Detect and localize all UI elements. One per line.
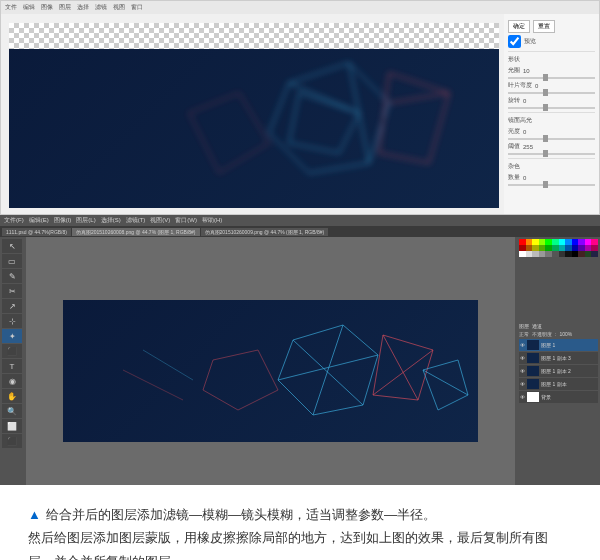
layer-name: 图层 1	[541, 342, 555, 348]
ps-file[interactable]: 文件(F)	[4, 216, 24, 225]
layer-name: 图层 1 副本 3	[541, 355, 571, 361]
radius-slider[interactable]	[508, 77, 595, 79]
marquee-tool[interactable]: ▭	[2, 254, 22, 268]
tools-palette: ↖ ▭ ✎ ✂ ↗ ⊹ ✦ ⬛ T ◉ ✋ 🔍 ⬜ ⬛	[0, 237, 24, 485]
bg-color[interactable]: ⬛	[2, 434, 22, 448]
layer-row[interactable]: 👁图层 1 副本 3	[519, 352, 598, 364]
amount-slider[interactable]	[508, 184, 595, 186]
layer-name: 图层 1 副本 2	[541, 368, 571, 374]
amount-label: 数量	[508, 173, 520, 182]
menu-image[interactable]: 图像	[41, 3, 53, 12]
fg-color[interactable]: ⬜	[2, 419, 22, 433]
threshold-slider[interactable]	[508, 153, 595, 155]
shape-label: 形状	[508, 55, 520, 64]
zoom-tool[interactable]: 🔍	[2, 404, 22, 418]
tutorial-caption: ▲给合并后的图层添加滤镜—模糊—镜头模糊，适当调整参数—半径。 然后给图层添加图…	[0, 485, 600, 560]
ok-button[interactable]: 确定	[508, 20, 530, 33]
svg-marker-14	[203, 350, 278, 410]
tab-doc1[interactable]: 1111.psd @ 44.7%(RGB/8)	[2, 228, 71, 236]
ps-view[interactable]: 视图(V)	[150, 216, 170, 225]
svg-marker-11	[373, 335, 433, 400]
reset-button[interactable]: 重置	[533, 20, 555, 33]
opacity-value[interactable]: 100%	[559, 331, 572, 337]
layer-name: 图层 1 副本	[541, 381, 567, 387]
ps-edit[interactable]: 编辑(E)	[29, 216, 49, 225]
ps-layer[interactable]: 图层(L)	[76, 216, 95, 225]
caption-marker-icon: ▲	[28, 507, 41, 522]
ps-help[interactable]: 帮助(H)	[202, 216, 222, 225]
layers-panel: 图层 通道 正常 不透明度:100% 👁图层 1 👁图层 1 副本 3 👁图层 …	[519, 323, 598, 403]
blade-slider[interactable]	[508, 92, 595, 94]
tab-doc2[interactable]: 仿真图201510260008.png @ 44.7% (图层 1, RGB/8…	[72, 228, 200, 236]
caption-line2: 然后给图层添加图层蒙版，用橡皮擦擦除局部的地方，达到如上图的效果，最后复制所有图…	[28, 526, 572, 560]
radius-value: 10	[523, 68, 530, 74]
svg-line-8	[293, 340, 363, 405]
blur-preview-canvas	[9, 23, 499, 208]
color-swatches[interactable]	[519, 239, 598, 257]
layer-row[interactable]: 👁图层 1 副本	[519, 378, 598, 390]
svg-line-12	[383, 335, 418, 400]
crop-tool[interactable]: ✂	[2, 284, 22, 298]
tab-doc3[interactable]: 仿真图201510260009.png @ 44.7% (图层 1, RGB/8…	[201, 228, 329, 236]
specular-label: 镜面高光	[508, 116, 532, 125]
menubar-ps: 文件(F) 编辑(E) 图像(I) 图层(L) 选择(S) 滤镜(T) 视图(V…	[0, 215, 600, 226]
blade-label: 叶片弯度	[508, 81, 532, 90]
svg-marker-15	[423, 360, 468, 410]
source-label: 光圈	[508, 66, 520, 75]
noise-label: 杂色	[508, 162, 520, 171]
document-tabs: 1111.psd @ 44.7%(RGB/8) 仿真图201510260008.…	[0, 226, 600, 237]
ps-image[interactable]: 图像(I)	[54, 216, 72, 225]
layer-row[interactable]: 👁图层 1 副本 2	[519, 365, 598, 377]
menubar-top: 文件 编辑 图像 图层 选择 滤镜 视图 窗口	[1, 1, 599, 14]
svg-line-5	[349, 63, 369, 163]
ps-workspace	[26, 237, 515, 485]
menu-select[interactable]: 选择	[77, 3, 89, 12]
document-canvas[interactable]	[63, 300, 478, 442]
preview-label: 预览	[524, 37, 536, 46]
geometric-artwork-blurred	[9, 23, 499, 208]
ps-filter[interactable]: 滤镜(T)	[126, 216, 146, 225]
lasso-tool[interactable]: ✎	[2, 269, 22, 283]
layer-row[interactable]: 👁图层 1	[519, 339, 598, 351]
menu-window[interactable]: 窗口	[131, 3, 143, 12]
photoshop-window: 文件(F) 编辑(E) 图像(I) 图层(L) 选择(S) 滤镜(T) 视图(V…	[0, 215, 600, 485]
type-tool[interactable]: T	[2, 359, 22, 373]
svg-line-4	[289, 83, 359, 113]
brightness-slider[interactable]	[508, 138, 595, 140]
menu-filter[interactable]: 滤镜	[95, 3, 107, 12]
svg-marker-3	[189, 93, 269, 173]
rotation-label: 旋转	[508, 96, 520, 105]
menu-layer[interactable]: 图层	[59, 3, 71, 12]
shape-tool[interactable]: ◉	[2, 374, 22, 388]
menu-edit[interactable]: 编辑	[23, 3, 35, 12]
rotation-value: 0	[523, 98, 526, 104]
ps-select[interactable]: 选择(S)	[101, 216, 121, 225]
move-tool[interactable]: ↖	[2, 239, 22, 253]
threshold-label: 阈值	[508, 142, 520, 151]
svg-line-16	[423, 370, 468, 395]
layer-row[interactable]: 👁背景	[519, 391, 598, 403]
ps-window[interactable]: 窗口(W)	[175, 216, 197, 225]
lens-blur-dialog: 文件 编辑 图像 图层 选择 滤镜 视图 窗口	[0, 0, 600, 215]
geometric-artwork-sharp	[63, 300, 478, 442]
layers-tab[interactable]: 图层	[519, 323, 529, 329]
layer-name: 背景	[541, 394, 551, 400]
rotation-slider[interactable]	[508, 107, 595, 109]
svg-line-6	[389, 93, 449, 103]
stamp-tool[interactable]: ⬛	[2, 344, 22, 358]
menu-file[interactable]: 文件	[5, 3, 17, 12]
svg-line-10	[278, 355, 378, 380]
blend-mode[interactable]: 正常	[519, 331, 529, 337]
svg-line-17	[123, 370, 183, 400]
hand-tool[interactable]: ✋	[2, 389, 22, 403]
caption-line1: 给合并后的图层添加滤镜—模糊—镜头模糊，适当调整参数—半径。	[46, 507, 436, 522]
eyedropper-tool[interactable]: ↗	[2, 299, 22, 313]
channels-tab[interactable]: 通道	[532, 323, 542, 329]
amount-value: 0	[523, 175, 526, 181]
blade-value: 0	[535, 83, 538, 89]
menu-view[interactable]: 视图	[113, 3, 125, 12]
brush-tool[interactable]: ✦	[2, 329, 22, 343]
healing-tool[interactable]: ⊹	[2, 314, 22, 328]
preview-checkbox[interactable]	[508, 35, 521, 48]
ps-right-panels: 图层 通道 正常 不透明度:100% 👁图层 1 👁图层 1 副本 3 👁图层 …	[517, 237, 600, 485]
